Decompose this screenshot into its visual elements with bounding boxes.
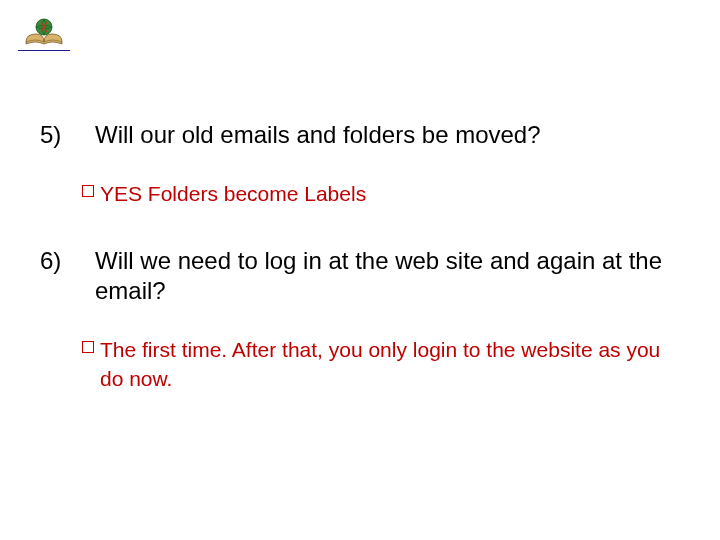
answer-row: The first time. After that, you only log… (82, 336, 680, 393)
question-text: Will our old emails and folders be moved… (95, 120, 680, 150)
logo-underline (18, 50, 70, 51)
question-number: 5) (40, 120, 95, 150)
slide-content: 5) Will our old emails and folders be mo… (40, 120, 680, 431)
answer-row: YES Folders become Labels (82, 180, 680, 208)
book-globe-icon (22, 14, 66, 48)
qa-item: 6) Will we need to log in at the web sit… (40, 246, 680, 393)
question-row: 6) Will we need to log in at the web sit… (40, 246, 680, 306)
answer-text: The first time. After that, you only log… (100, 336, 680, 393)
header-logo (18, 14, 70, 51)
square-bullet-icon (82, 341, 94, 353)
question-number: 6) (40, 246, 95, 306)
answer-text: YES Folders become Labels (100, 180, 680, 208)
question-text: Will we need to log in at the web site a… (95, 246, 680, 306)
qa-item: 5) Will our old emails and folders be mo… (40, 120, 680, 208)
question-row: 5) Will our old emails and folders be mo… (40, 120, 680, 150)
square-bullet-icon (82, 185, 94, 197)
